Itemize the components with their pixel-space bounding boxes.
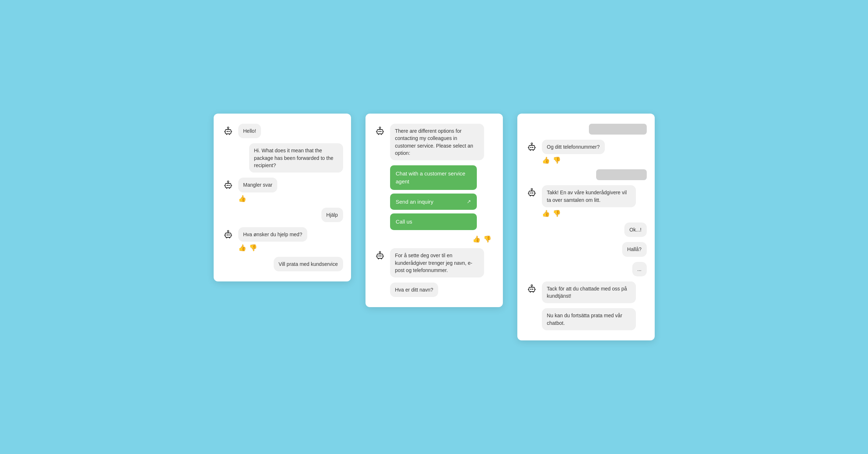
svg-rect-47 xyxy=(532,147,533,148)
user-message-package: Hi. What does it mean that the package h… xyxy=(222,143,343,173)
svg-rect-1 xyxy=(227,131,228,132)
chat-panel-3: Og ditt telefonnummer? 👍 👎 xyxy=(517,114,655,340)
svg-rect-20 xyxy=(228,234,230,236)
thumbdown-icon-2[interactable]: 👎 xyxy=(249,244,257,252)
svg-rect-46 xyxy=(530,147,531,148)
bubble-dots: ... xyxy=(632,262,647,276)
bot-avatar-p3-1 xyxy=(525,140,538,153)
bubble-blurred-2 xyxy=(596,169,647,180)
bot-message-phone: Og ditt telefonnummer? 👍 👎 xyxy=(525,140,647,164)
svg-rect-11 xyxy=(228,185,230,186)
fortsatta-bubble-container: Nu kan du fortsätta prata med vår chatbo… xyxy=(542,308,647,330)
blurred-user-email xyxy=(525,124,647,135)
user-message-halla: Hallå? xyxy=(525,242,647,256)
bubble-blurred-1 xyxy=(589,124,647,135)
bubble-hva-navn: Hva er ditt navn? xyxy=(390,283,439,297)
bot-message-mangler: Mangler svar 👍 xyxy=(222,178,343,202)
bubble-hva-hjelp: Hva ønsker du hjelp med? xyxy=(238,227,307,242)
feedback-mangler: 👍 xyxy=(222,195,343,203)
svg-rect-0 xyxy=(225,130,231,134)
bot-avatar-p3-3 xyxy=(525,282,538,295)
svg-rect-38 xyxy=(380,255,381,256)
bot-avatar-p2-2 xyxy=(373,249,386,262)
svg-rect-64 xyxy=(530,289,531,290)
user-message-ok: Ok...! xyxy=(525,222,647,237)
thumbup-icon-p3-1[interactable]: 👍 xyxy=(542,156,550,164)
svg-point-13 xyxy=(227,181,229,182)
bot-avatar-p3-2 xyxy=(525,186,538,199)
external-link-icon: ↗ xyxy=(467,198,471,205)
feedback-hjelp: 👍 👎 xyxy=(222,244,343,252)
user-message-hjalp: Hjälp xyxy=(222,208,343,222)
action-buttons-group: Chat with a customer service agent Send … xyxy=(390,165,495,230)
bubble-ok: Ok...! xyxy=(624,222,646,237)
thumbdown-icon-p3-1[interactable]: 👎 xyxy=(553,156,561,164)
svg-rect-56 xyxy=(532,192,533,194)
svg-point-4 xyxy=(227,127,229,128)
svg-rect-54 xyxy=(529,191,535,195)
svg-rect-19 xyxy=(227,234,228,236)
bubble-hello: Hello! xyxy=(238,124,261,138)
svg-rect-27 xyxy=(377,130,383,134)
svg-rect-10 xyxy=(227,185,228,186)
svg-rect-63 xyxy=(529,287,535,292)
bubble-options-intro: There are different options for contacti… xyxy=(390,124,484,160)
panels-container: Hello! Hi. What does it mean that the pa… xyxy=(214,114,655,340)
svg-rect-45 xyxy=(529,145,535,150)
bubble-kundservice: Vill prata med kundservice xyxy=(274,257,343,271)
bot-message-hjelp: Hva ønsker du hjelp med? 👍 👎 xyxy=(222,227,343,252)
chat-panel-1: Hello! Hi. What does it mean that the pa… xyxy=(214,114,351,281)
thumbup-icon[interactable]: 👍 xyxy=(238,195,246,203)
bot-avatar-1 xyxy=(222,124,235,137)
bubble-fortsatta: Nu kan du fortsätta prata med vår chatbo… xyxy=(542,308,636,330)
feedback-phone: 👍 👎 xyxy=(525,156,647,164)
svg-rect-2 xyxy=(228,131,230,132)
bubble-tack-chattade: Tack för att du chattade med oss på kund… xyxy=(542,281,636,304)
chat-agent-button[interactable]: Chat with a customer service agent xyxy=(390,165,477,190)
thumbdown-icon-p3-2[interactable]: 👎 xyxy=(553,209,561,217)
svg-rect-37 xyxy=(379,255,380,256)
bubble-halla: Hallå? xyxy=(622,242,647,256)
svg-rect-55 xyxy=(530,192,531,194)
bot-avatar-p2-1 xyxy=(373,124,386,137)
feedback-takk: 👍 👎 xyxy=(525,209,647,217)
thumbdown-icon-p2[interactable]: 👎 xyxy=(483,235,491,243)
svg-point-22 xyxy=(227,230,229,232)
blurred-user-phone xyxy=(525,169,647,180)
svg-rect-65 xyxy=(532,289,533,290)
bot-avatar-3 xyxy=(222,228,235,241)
bubble-takk: Takk! En av våre kunderådgivere vil ta o… xyxy=(542,185,636,207)
feedback-buttons: 👍 👎 xyxy=(373,235,495,243)
send-inquiry-button[interactable]: Send an inquiry ↗ xyxy=(390,194,477,210)
call-us-button[interactable]: Call us xyxy=(390,213,477,230)
svg-rect-29 xyxy=(380,131,381,132)
user-message-dots: ... xyxy=(525,262,647,276)
bubble-transfer-info: For å sette deg over til en kunderådgive… xyxy=(390,248,484,277)
bot-message-options: There are different options for contacti… xyxy=(373,124,495,160)
name-question-bubble-container: Hva er ditt navn? xyxy=(390,283,495,297)
send-inquiry-label: Send an inquiry xyxy=(396,198,433,206)
svg-rect-18 xyxy=(225,233,231,237)
bubble-package-question: Hi. What does it mean that the package h… xyxy=(249,143,343,173)
svg-point-31 xyxy=(379,127,381,128)
svg-point-40 xyxy=(379,251,381,253)
chat-agent-label: Chat with a customer service agent xyxy=(396,170,471,186)
chat-panel-2: There are different options for contacti… xyxy=(365,114,503,307)
svg-point-49 xyxy=(531,143,533,144)
thumbup-icon-2[interactable]: 👍 xyxy=(238,244,246,252)
bot-message-tack: Tack för att du chattade med oss på kund… xyxy=(525,281,647,304)
bubble-phone-question: Og ditt telefonnummer? xyxy=(542,140,605,154)
bubble-hjalp: Hjälp xyxy=(321,208,343,222)
thumbup-icon-p2[interactable]: 👍 xyxy=(473,235,480,243)
svg-rect-36 xyxy=(377,254,383,258)
svg-point-58 xyxy=(531,188,533,190)
bot-message-takk: Takk! En av våre kunderådgivere vil ta o… xyxy=(525,185,647,217)
bot-avatar-2 xyxy=(222,178,235,191)
svg-point-67 xyxy=(531,285,533,286)
bot-message-hello: Hello! xyxy=(222,124,343,138)
user-message-kundservice: Vill prata med kundservice xyxy=(222,257,343,271)
svg-rect-28 xyxy=(379,131,380,132)
bot-message-transfer: For å sette deg over til en kunderådgive… xyxy=(373,248,495,277)
call-us-label: Call us xyxy=(396,218,412,226)
thumbup-icon-p3-2[interactable]: 👍 xyxy=(542,209,550,217)
